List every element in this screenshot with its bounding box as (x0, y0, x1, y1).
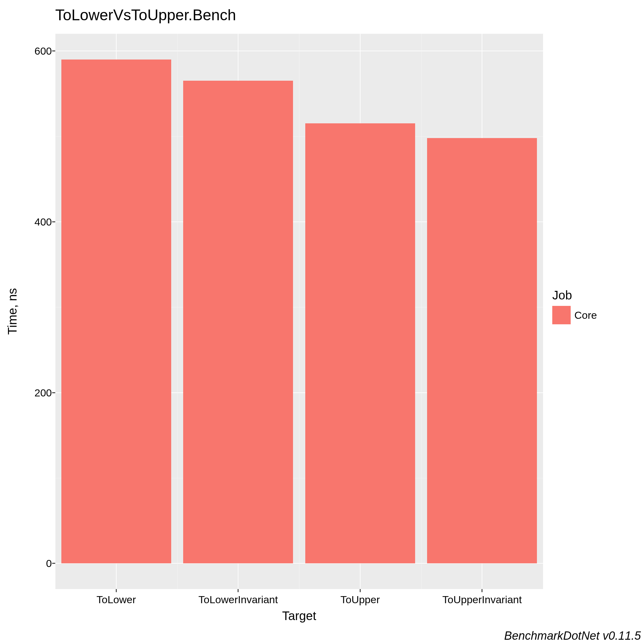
y-tick-mark (52, 392, 55, 393)
chart-title: ToLowerVsToUpper.Bench (55, 6, 236, 24)
x-tick-mark (360, 589, 361, 592)
bar (183, 81, 293, 563)
grid-line-minor (177, 34, 178, 589)
y-tick-label: 600 (21, 45, 52, 57)
y-axis-label: Time, ns (6, 288, 19, 335)
plot-area (55, 34, 543, 589)
x-tick-mark (116, 589, 117, 592)
y-tick-label: 400 (21, 216, 52, 228)
grid-line-minor (55, 34, 56, 589)
chart-caption: BenchmarkDotNet v0.11.5 (504, 629, 641, 642)
x-axis-label: Target (282, 609, 316, 623)
chart-container: ToLowerVsToUpper.Bench Time, ns Target 0… (0, 0, 644, 644)
legend-label: Core (574, 309, 597, 321)
bar (427, 138, 537, 564)
y-tick-mark (52, 50, 55, 51)
x-tick-label: ToUpper (340, 594, 380, 606)
legend-item: Core (552, 306, 597, 324)
bar (305, 123, 415, 563)
grid-line-minor (421, 34, 422, 589)
legend-swatch (552, 306, 571, 324)
grid-line-minor (299, 34, 299, 589)
legend: Job Core (552, 288, 597, 324)
x-tick-label: ToLower (96, 594, 136, 606)
y-tick-mark (52, 221, 55, 222)
x-tick-label: ToLowerInvariant (199, 594, 278, 606)
y-tick-label: 0 (21, 557, 52, 569)
bar (61, 60, 171, 564)
legend-title: Job (552, 288, 597, 302)
x-tick-label: ToUpperInvariant (442, 594, 522, 606)
y-tick-mark (52, 563, 55, 564)
x-tick-mark (238, 589, 239, 592)
y-tick-label: 200 (21, 387, 52, 399)
x-tick-mark (482, 589, 483, 592)
